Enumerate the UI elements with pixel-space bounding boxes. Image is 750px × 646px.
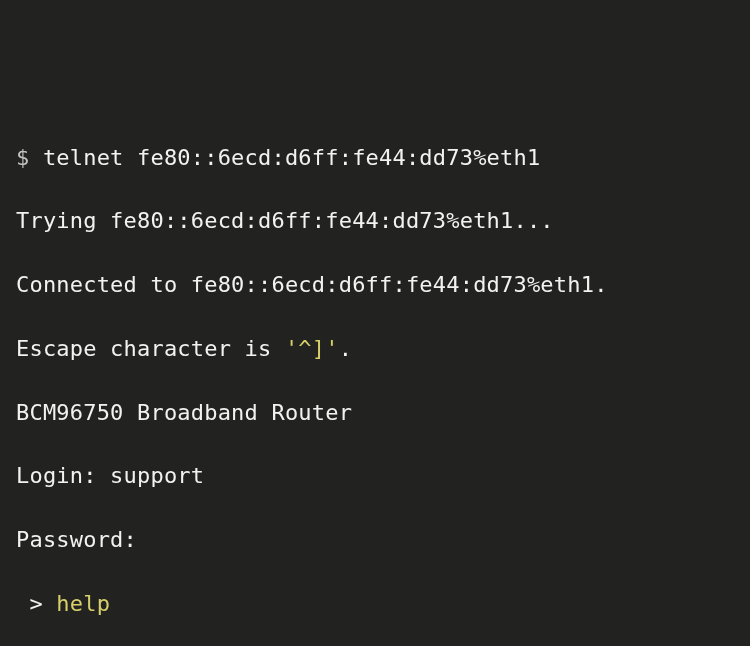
terminal-output-banner: BCM96750 Broadband Router bbox=[16, 397, 734, 429]
terminal-output-connected: Connected to fe80::6ecd:d6ff:fe44:dd73%e… bbox=[16, 269, 734, 301]
command-text: telnet fe80::6ecd:d6ff:fe44:dd73%eth1 bbox=[43, 145, 540, 170]
router-prompt: > bbox=[16, 591, 56, 616]
escape-suffix: . bbox=[339, 336, 352, 361]
terminal-line: > help bbox=[16, 588, 734, 620]
terminal-output-login: Login: support bbox=[16, 460, 734, 492]
escape-quoted: '^]' bbox=[285, 336, 339, 361]
escape-prefix: Escape character is bbox=[16, 336, 285, 361]
command-help: help bbox=[56, 591, 110, 616]
terminal-output-password: Password: bbox=[16, 524, 734, 556]
terminal-output-escape: Escape character is '^]'. bbox=[16, 333, 734, 365]
terminal-output-trying: Trying fe80::6ecd:d6ff:fe44:dd73%eth1... bbox=[16, 205, 734, 237]
terminal-line: $ telnet fe80::6ecd:d6ff:fe44:dd73%eth1 bbox=[16, 142, 734, 174]
shell-prompt: $ bbox=[16, 145, 43, 170]
